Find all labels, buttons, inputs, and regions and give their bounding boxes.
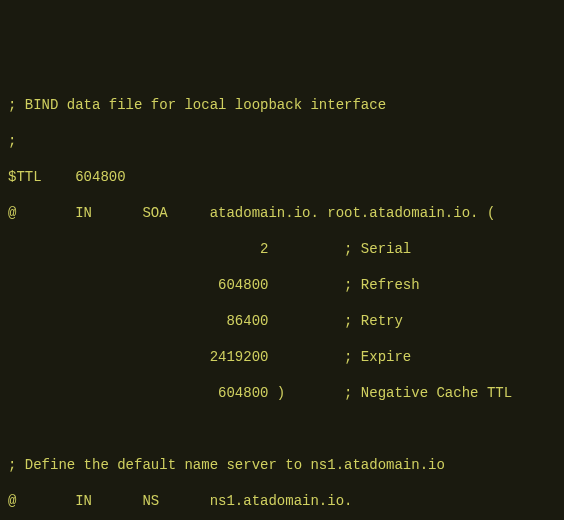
ttl-directive: $TTL 604800 <box>8 168 556 186</box>
comment-line: ; <box>8 132 556 150</box>
soa-record-open: @ IN SOA atadomain.io. root.atadomain.io… <box>8 204 556 222</box>
zone-file-content: ; BIND data file for local loopback inte… <box>8 78 556 520</box>
soa-refresh: 604800 ; Refresh <box>8 276 556 294</box>
soa-retry: 86400 ; Retry <box>8 312 556 330</box>
blank-line <box>8 420 556 438</box>
comment-line: ; BIND data file for local loopback inte… <box>8 96 556 114</box>
soa-negative-ttl: 604800 ) ; Negative Cache TTL <box>8 384 556 402</box>
soa-expire: 2419200 ; Expire <box>8 348 556 366</box>
soa-serial: 2 ; Serial <box>8 240 556 258</box>
comment-line: ; Define the default name server to ns1.… <box>8 456 556 474</box>
ns-record: @ IN NS ns1.atadomain.io. <box>8 492 556 510</box>
